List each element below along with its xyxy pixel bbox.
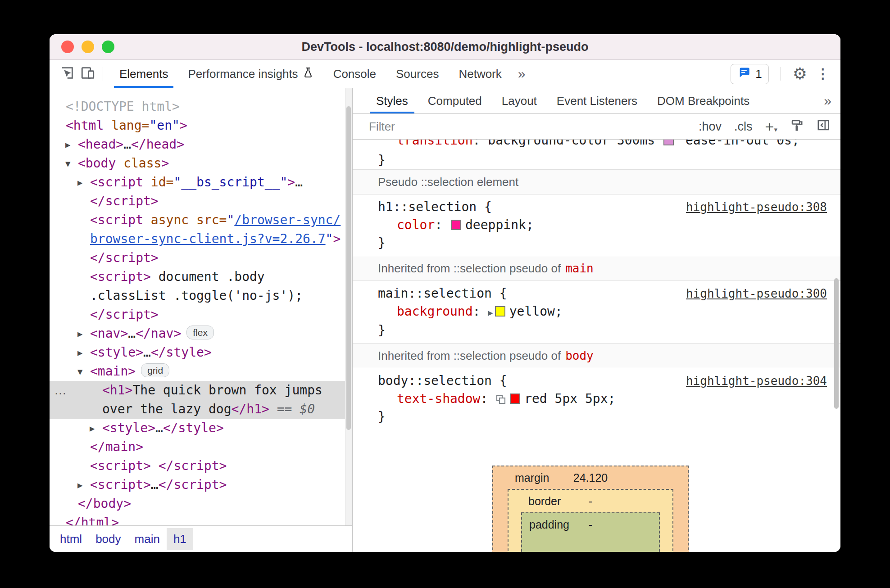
box-model-margin[interactable]: margin 24.120 border - padding bbox=[492, 466, 689, 552]
dom-tree-row[interactable]: <script async src="/browser-sync/ bbox=[50, 211, 345, 230]
css-property-value[interactable]: yellow; bbox=[509, 304, 563, 319]
close-button[interactable] bbox=[61, 41, 74, 53]
sidebar-tab-computed[interactable]: Computed bbox=[418, 88, 492, 113]
tab-performance-insights[interactable]: Performance insights bbox=[178, 60, 323, 88]
flex-badge[interactable]: flex bbox=[186, 326, 214, 339]
device-toolbar-button[interactable] bbox=[77, 63, 98, 84]
tab-network[interactable]: Network bbox=[449, 60, 511, 88]
dom-tree-row[interactable]: ▼<body class> bbox=[50, 154, 345, 173]
breadcrumb-item-body[interactable]: body bbox=[89, 528, 127, 550]
elements-scrollbar-thumb[interactable] bbox=[346, 106, 351, 430]
sidebar-tab-event-listeners[interactable]: Event Listeners bbox=[547, 88, 647, 113]
dom-tree-row[interactable]: ▶<script>…</script> bbox=[50, 475, 345, 494]
color-swatch[interactable] bbox=[510, 394, 520, 404]
dom-tree-row[interactable]: </script> bbox=[50, 305, 345, 324]
breadcrumb-item-h1[interactable]: h1 bbox=[167, 528, 193, 550]
css-selector[interactable]: body::selection { bbox=[378, 373, 507, 388]
css-selector[interactable]: main::selection { bbox=[378, 286, 507, 301]
overflow-menu-icon[interactable]: … bbox=[54, 381, 67, 400]
issues-button[interactable]: 1 bbox=[731, 64, 768, 84]
node-link-main[interactable]: main bbox=[565, 262, 594, 275]
color-swatch[interactable] bbox=[451, 220, 461, 230]
css-property-value[interactable]: ease-in-out 0s; bbox=[678, 140, 799, 148]
sidebar-tab-styles[interactable]: Styles bbox=[366, 88, 418, 113]
toggle-computed-sidebar-icon[interactable] bbox=[816, 118, 831, 135]
dom-tree-row[interactable]: ▼<main>grid bbox=[50, 362, 345, 381]
dom-tree-row[interactable]: ▶<nav>…</nav>flex bbox=[50, 324, 345, 343]
border-top-value[interactable]: - bbox=[521, 495, 660, 508]
css-property-value[interactable]: deeppink; bbox=[465, 217, 534, 232]
settings-gear-icon[interactable]: ⚙ bbox=[793, 66, 807, 82]
disclosure-arrow-icon[interactable]: ▶ bbox=[77, 324, 82, 343]
color-swatch[interactable] bbox=[663, 140, 674, 145]
css-declaration[interactable]: color: deeppink; bbox=[353, 216, 840, 234]
new-style-rule-button[interactable]: + ▾ bbox=[765, 121, 777, 132]
styles-filter-input[interactable] bbox=[368, 119, 604, 134]
tab-console[interactable]: Console bbox=[323, 60, 386, 88]
dom-tree-row[interactable]: …<h1>The quick brown fox jumps bbox=[50, 381, 345, 400]
dom-tree-row[interactable]: ▶<style>…</style> bbox=[50, 343, 345, 362]
breadcrumb-item-main[interactable]: main bbox=[128, 528, 167, 550]
dom-tree-row[interactable]: ▶<script id="__bs_script__">… bbox=[50, 173, 345, 192]
menu-kebab-icon[interactable]: ⋮ bbox=[814, 67, 831, 81]
dom-tree-row[interactable]: over the lazy dog</h1> == $0 bbox=[50, 400, 345, 419]
dom-tree-row[interactable]: browser-sync-client.js?v=2.26.7"> bbox=[50, 230, 345, 249]
style-source-link[interactable]: highlight-pseudo:304 bbox=[686, 372, 827, 390]
dom-tree-row[interactable]: </script> bbox=[50, 249, 345, 267]
css-property-name[interactable]: color bbox=[397, 217, 435, 232]
dom-tree-row[interactable]: <html lang="en"> bbox=[50, 116, 345, 135]
dom-tree-row[interactable]: </script> bbox=[50, 192, 345, 211]
resource-link[interactable]: /browser-sync/ bbox=[234, 213, 341, 227]
css-property-value[interactable]: red 5px 5px; bbox=[524, 391, 615, 406]
dom-tree-row[interactable]: </html> bbox=[50, 513, 345, 526]
css-selector[interactable]: h1::selection { bbox=[378, 199, 492, 214]
elements-scrollbar[interactable] bbox=[345, 88, 352, 526]
dom-tree-row[interactable]: </main> bbox=[50, 438, 345, 457]
toggle-element-state-button[interactable]: :hov bbox=[699, 120, 722, 134]
toggle-class-button[interactable]: .cls bbox=[734, 120, 753, 134]
disclosure-arrow-icon[interactable]: ▶ bbox=[77, 173, 82, 192]
tab-sources[interactable]: Sources bbox=[386, 60, 449, 88]
css-declaration[interactable]: background: ▶yellow; bbox=[353, 303, 840, 321]
sidebar-tab-layout[interactable]: Layout bbox=[492, 88, 547, 113]
disclosure-arrow-icon[interactable]: ▼ bbox=[65, 154, 70, 173]
css-declaration[interactable]: transition: background-color 300ms ease-… bbox=[353, 140, 840, 149]
zoom-button[interactable] bbox=[102, 41, 114, 53]
dom-tree-row[interactable]: .classList .toggle('no-js'); bbox=[50, 286, 345, 305]
paint-roller-icon[interactable] bbox=[790, 118, 804, 135]
sidebar-tab-dom-breakpoints[interactable]: DOM Breakpoints bbox=[647, 88, 759, 113]
css-property-name[interactable]: transition bbox=[397, 140, 473, 148]
css-property-name[interactable]: background bbox=[397, 304, 473, 319]
dom-tree-row[interactable]: <script> </script> bbox=[50, 457, 345, 475]
css-property-name[interactable]: text-shadow bbox=[397, 391, 480, 406]
box-model-padding[interactable]: padding - bbox=[521, 512, 660, 552]
dom-tree-row[interactable]: <!DOCTYPE html> bbox=[50, 97, 345, 116]
shadow-editor-icon[interactable] bbox=[495, 391, 509, 406]
minimize-button[interactable] bbox=[82, 41, 94, 53]
inspect-element-button[interactable] bbox=[57, 63, 77, 84]
resource-link[interactable]: browser-sync-client.js?v=2.26.7 bbox=[90, 231, 326, 246]
disclosure-arrow-icon[interactable]: ▼ bbox=[77, 362, 82, 381]
disclosure-arrow-icon[interactable]: ▶ bbox=[65, 135, 70, 154]
expand-value-icon[interactable]: ▶ bbox=[488, 308, 493, 317]
dom-tree-row[interactable]: <script> document .body bbox=[50, 267, 345, 286]
tab-elements[interactable]: Elements bbox=[109, 60, 178, 88]
more-tabs-chevron[interactable]: » bbox=[512, 66, 532, 81]
css-declaration[interactable]: text-shadow: red 5px 5px; bbox=[353, 390, 840, 408]
disclosure-arrow-icon[interactable]: ▶ bbox=[77, 475, 82, 494]
dom-tree-row[interactable]: ▶<style>…</style> bbox=[50, 419, 345, 438]
disclosure-arrow-icon[interactable]: ▶ bbox=[90, 419, 95, 438]
box-model-border[interactable]: border - padding - bbox=[508, 489, 673, 552]
style-source-link[interactable]: highlight-pseudo:308 bbox=[686, 198, 827, 216]
breadcrumb-item-html[interactable]: html bbox=[53, 528, 89, 550]
color-swatch[interactable] bbox=[495, 306, 505, 317]
styles-scrollbar-thumb[interactable] bbox=[834, 278, 839, 409]
grid-badge[interactable]: grid bbox=[141, 363, 169, 377]
dom-tree-row[interactable]: ▶<head>…</head> bbox=[50, 135, 345, 154]
disclosure-arrow-icon[interactable]: ▶ bbox=[77, 343, 82, 362]
padding-top-value[interactable]: - bbox=[522, 518, 659, 531]
margin-top-value[interactable]: 24.120 bbox=[508, 471, 673, 484]
more-sidebar-tabs-chevron[interactable]: » bbox=[815, 88, 840, 113]
dom-tree-row[interactable]: </body> bbox=[50, 494, 345, 513]
node-link-body[interactable]: body bbox=[565, 349, 594, 362]
